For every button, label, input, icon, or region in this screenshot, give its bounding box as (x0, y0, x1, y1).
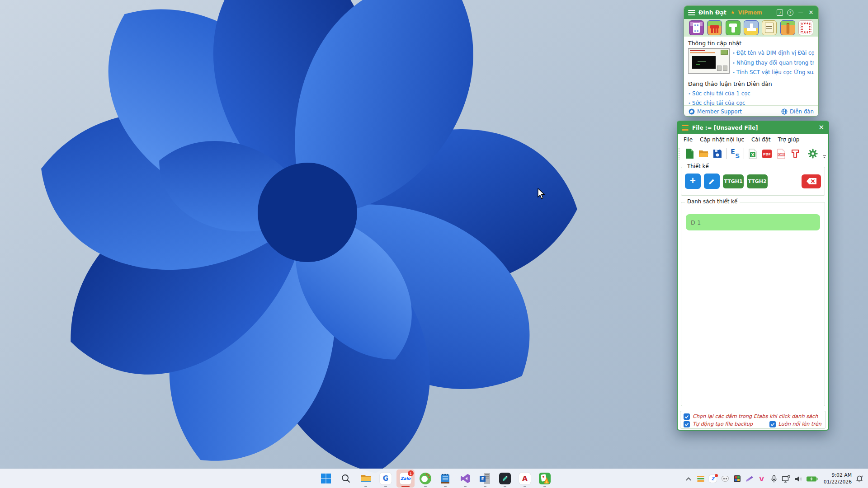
minimize-icon[interactable]: — (797, 9, 804, 16)
taskbar-file-explorer[interactable] (357, 469, 375, 488)
clock-date: 01/22/2026 (824, 479, 852, 485)
backspace-icon (806, 178, 817, 185)
taskbar-apps: G Zalo 1 (317, 469, 554, 488)
search-button[interactable] (337, 469, 355, 488)
globe-icon (781, 108, 788, 115)
member-support-link[interactable]: Member Support (689, 108, 742, 115)
start-button[interactable] (317, 469, 335, 488)
zalo-tray-icon[interactable]: Z (708, 474, 717, 483)
new-file-icon[interactable] (684, 148, 695, 160)
ttgh2-button[interactable]: TTGH2 (747, 174, 768, 188)
menu-file[interactable]: File (680, 135, 696, 144)
etabs-sap-icon[interactable]: E S (730, 148, 741, 160)
folder-icon (360, 473, 372, 484)
update-thumbnail[interactable] (688, 48, 730, 74)
taskbar: G Zalo 1 (0, 469, 868, 488)
editor-dark-icon (499, 473, 511, 484)
footing-icon[interactable] (744, 20, 759, 35)
coccoc-icon (420, 473, 431, 484)
w2-toolbar: E S X PDF CAD (678, 145, 828, 162)
rebar-section-icon[interactable] (798, 20, 813, 35)
excel-icon[interactable]: X (747, 148, 758, 160)
taskbar-clock[interactable]: 9:02 AM 01/22/2026 (824, 472, 852, 485)
system-tray: Z V (684, 469, 868, 488)
open-folder-icon[interactable] (698, 148, 709, 160)
w1-toolbar (684, 19, 818, 37)
menu-cap-nhat-noi-luc[interactable]: Cập nhật nội lực (697, 135, 747, 144)
section-icon[interactable] (790, 148, 801, 160)
checkbox-reselect-beams[interactable] (684, 413, 690, 420)
v-app-icon[interactable]: V (757, 474, 766, 483)
checkbox-auto-backup[interactable] (684, 421, 690, 427)
forum-footer-link[interactable]: Diễn đàn (781, 108, 814, 115)
taskbar-visual-studio[interactable] (456, 469, 474, 488)
info-icon[interactable]: i (777, 9, 783, 16)
star-icon: ★ (731, 9, 735, 15)
taskbar-autocad[interactable]: A (516, 469, 534, 488)
beam-design-icon[interactable] (689, 20, 704, 35)
w2-titlebar[interactable]: File := [Unsaved File] ✕ (678, 122, 828, 134)
pile-icon[interactable] (780, 20, 795, 35)
column-icon[interactable] (726, 20, 741, 35)
app-stripes-tray-icon[interactable] (696, 474, 705, 483)
discord-icon[interactable] (721, 474, 730, 483)
overflow-icon[interactable] (822, 152, 826, 161)
update-link[interactable]: •Những thay đổi quan trọng trong T (732, 58, 814, 68)
design-group-label: Thiết kế (685, 163, 711, 169)
battery-icon[interactable] (806, 474, 818, 483)
update-link[interactable]: •Đặt tên và DIM định vị Đài cọc || Qu (732, 48, 814, 58)
toolbar-separator (726, 148, 726, 159)
speaker-icon[interactable] (794, 474, 803, 483)
chevron-up-icon[interactable] (684, 474, 693, 483)
help-icon[interactable]: ? (787, 9, 793, 16)
checkbox-label[interactable]: Luôn nổi lên trên (778, 421, 822, 427)
menu-cai-dat[interactable]: Cài đặt (748, 135, 774, 144)
stylus-icon[interactable] (745, 474, 754, 483)
updates-heading: Thông tin cập nhật (688, 40, 814, 47)
forum-heading: Đang thảo luận trên Diễn đàn (688, 80, 814, 87)
update-link[interactable]: •Tính SCT vật liệu cọc Ứng suất trướ (732, 68, 814, 78)
display-icon[interactable] (782, 474, 791, 483)
menu-tro-giup[interactable]: Trợ giúp (775, 135, 803, 144)
windows-logo-icon (321, 473, 331, 484)
app-stripes-icon (682, 125, 689, 131)
cad-icon[interactable]: CAD (776, 148, 787, 160)
taskbar-card-game[interactable] (536, 469, 554, 488)
settings-gear-icon[interactable] (807, 148, 818, 160)
svg-text:PDF: PDF (763, 152, 771, 156)
checkbox-always-on-top[interactable] (769, 421, 776, 427)
delete-design-button[interactable] (802, 174, 821, 188)
taskbar-g-app[interactable]: G (377, 469, 395, 488)
pdf-icon[interactable]: PDF (761, 148, 772, 160)
edit-design-button[interactable] (704, 174, 720, 189)
taskbar-etabs[interactable]: E (476, 469, 494, 488)
close-icon[interactable]: ✕ (818, 124, 824, 131)
options-groupbox: Chọn lại các dầm trong Etabs khi click d… (680, 411, 826, 429)
spreadsheet-icon[interactable] (762, 20, 777, 35)
save-icon[interactable] (712, 148, 723, 160)
hamburger-menu-icon[interactable] (688, 10, 695, 15)
add-design-button[interactable]: + (685, 174, 701, 189)
design-list-item[interactable]: D-1 (686, 214, 820, 230)
close-icon[interactable]: ✕ (808, 9, 814, 16)
media-grid-icon[interactable] (733, 474, 742, 483)
clock-time: 9:02 AM (824, 472, 852, 479)
toolbar-grip[interactable] (679, 148, 680, 160)
w2-title: File := [Unsaved File] (692, 125, 758, 131)
checkbox-label[interactable]: Chọn lại các dầm trong Etabs khi click d… (693, 413, 818, 419)
taskbar-coccoc[interactable] (416, 469, 434, 488)
w1-titlebar[interactable]: Đinh Đạt ★ VIPmem i ? — ✕ (684, 6, 818, 19)
microphone-icon[interactable] (769, 474, 778, 483)
toolbar-separator (804, 148, 804, 159)
checkbox-label[interactable]: Tự động tạo file backup (693, 421, 753, 427)
taskbar-notepad[interactable] (436, 469, 454, 488)
ttgh1-button[interactable]: TTGH1 (723, 174, 744, 188)
pile-cap-icon[interactable] (707, 20, 722, 35)
forum-link[interactable]: •Sức chịu tải của 1 cọc (688, 89, 814, 99)
pencil-icon (708, 177, 716, 185)
focus-bell-icon[interactable]: zz (855, 474, 864, 483)
taskbar-editor-dark[interactable] (496, 469, 514, 488)
notepad-icon (440, 473, 450, 484)
taskbar-zalo[interactable]: Zalo 1 (396, 469, 415, 488)
vip-info-window: Đinh Đạt ★ VIPmem i ? — ✕ (684, 5, 819, 117)
